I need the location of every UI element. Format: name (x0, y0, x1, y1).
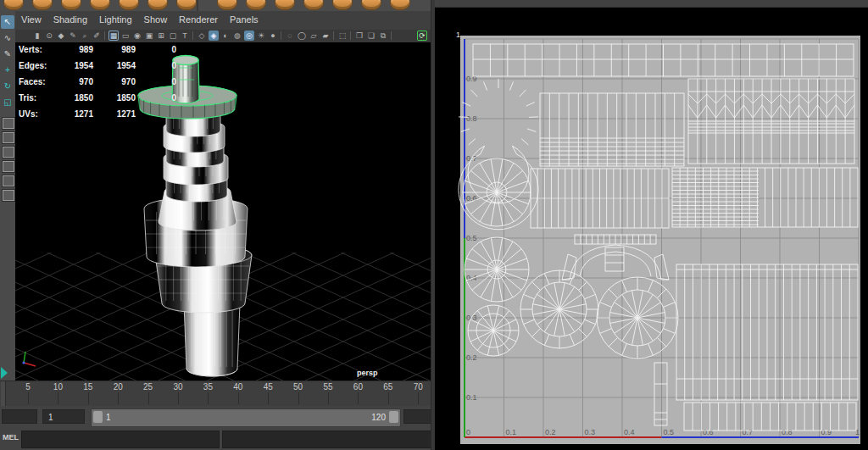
toolbar-separator (192, 31, 193, 40)
toolbar-texture-view-icon[interactable]: ⟳ (417, 31, 427, 41)
three-pane-split-layout-button[interactable] (2, 160, 15, 173)
menu-panels[interactable]: Panels (224, 11, 264, 25)
select-tool[interactable]: ↖ (1, 15, 14, 29)
toolbar-plugin-shapes-icon[interactable]: ⬚ (337, 31, 348, 41)
toolbar-image-plane-icon[interactable]: ✎ (68, 31, 78, 41)
two-pane-stacked-layout-button[interactable] (2, 146, 15, 158)
panel-divider[interactable] (431, 0, 435, 450)
rotate-tool[interactable]: ↻ (1, 80, 14, 93)
poly-sphere-icon[interactable] (3, 0, 24, 10)
camera-label: persp (357, 369, 378, 377)
menu-shading[interactable]: Shading (47, 11, 93, 25)
hud-label: Edges: (19, 61, 47, 70)
toolbar-camera-select-icon[interactable]: ⊙ (44, 31, 54, 41)
poly-torus-icon[interactable] (119, 0, 139, 10)
poly-pipe-icon[interactable] (275, 0, 295, 10)
uv-editor-window[interactable]: 0.90.80.70.60.50.40.30.20.100.10.20.30.4… (434, 0, 868, 450)
lasso-tool[interactable]: ∿ (1, 31, 14, 45)
toolbar-camera-icon[interactable]: ▮ (32, 31, 42, 41)
toolbar-duplicate-view-icon[interactable]: ❐ (354, 31, 364, 41)
timeline-tick-label: 30 (173, 382, 182, 392)
toolbar-safe-action-icon[interactable]: ▢ (168, 31, 178, 41)
toolbar-film-gate-icon[interactable]: ▭ (120, 31, 131, 41)
uv-u-label: 0.1 (506, 428, 517, 436)
shelf-bar (0, 0, 434, 12)
poly-cone-icon[interactable] (90, 0, 110, 10)
menu-lighting[interactable]: Lighting (93, 11, 138, 25)
poly-plane-icon[interactable] (147, 0, 168, 10)
toolbar-safe-title-icon[interactable]: T (180, 31, 190, 41)
toolbar-lights-icon[interactable]: ☀ (256, 31, 266, 41)
toolbar-separator (350, 31, 351, 40)
toolbar-wireframe-on-shaded-icon[interactable]: ◐ (220, 31, 231, 41)
time-slider[interactable]: 510152025303540455055606570 (0, 381, 434, 407)
uv-v-label: 0.5 (466, 234, 477, 242)
hud-row-faces: Faces:9709700 (15, 77, 185, 93)
hud-value-total: 1954 (49, 61, 93, 70)
scale-tool[interactable]: ◱ (1, 96, 14, 109)
range-start-handle[interactable] (93, 411, 103, 423)
uv-v-label: 0.2 (466, 353, 477, 362)
timeline-tick (208, 392, 209, 404)
super-shape-icon[interactable] (390, 0, 410, 10)
toolbar-pan-zoom-icon[interactable]: ⌕ (80, 31, 90, 41)
toolbar-field-chart-icon[interactable]: ⊞ (156, 31, 166, 41)
current-frame-field[interactable]: 1 (42, 409, 85, 424)
toolbar-xray-icon[interactable]: ◯ (297, 31, 307, 41)
toolbar-bookmark-icon[interactable]: ◆ (56, 31, 66, 41)
uv-u-label: 0.3 (585, 428, 596, 436)
toolbar-shaded-icon[interactable]: ◈ (209, 31, 219, 41)
viewport-persp[interactable]: Verts:9899890Edges:195419540Faces:970970… (15, 42, 434, 381)
command-input[interactable] (21, 431, 220, 448)
toolbar-isolate-select-icon[interactable]: ◌ (285, 31, 295, 41)
timeline-tick-label: 70 (414, 382, 423, 392)
poly-cube-icon[interactable] (32, 0, 53, 10)
hud-label: Tris: (19, 93, 36, 103)
toolbar-tear-off-copy-icon[interactable]: ❏ (366, 31, 376, 41)
menu-show[interactable]: Show (138, 11, 174, 25)
two-pane-side-by-side-layout-button[interactable] (2, 131, 15, 144)
hud-label: UVs: (19, 109, 38, 119)
toolbar-wireframe-icon[interactable]: ◇ (197, 31, 207, 41)
hud-label: Faces: (19, 77, 46, 86)
timeline-tick (358, 392, 359, 404)
maya-window: { "colors":{"accent_blue":"#5b87a5","she… (0, 0, 868, 450)
menu-renderer[interactable]: Renderer (173, 11, 224, 25)
timeline-tick-label: 25 (143, 382, 153, 392)
toolbar-grease-pencil-icon[interactable]: ✐ (92, 31, 102, 41)
poly-pyramid-icon[interactable] (246, 0, 266, 10)
anim-end-field[interactable] (403, 409, 432, 424)
toolbar-backface-culling-icon[interactable]: ▱ (309, 31, 319, 41)
poly-helix-icon[interactable] (303, 0, 324, 10)
command-result (222, 431, 434, 448)
outliner-persp-layout-button[interactable] (2, 189, 15, 202)
move-tool[interactable]: + (1, 64, 14, 77)
menu-view[interactable]: View (15, 11, 47, 25)
platonic-solid-icon[interactable] (217, 0, 237, 10)
range-start-value: 1 (106, 411, 111, 424)
toolbar-shadows-icon[interactable]: ● (268, 31, 278, 41)
toolbar-use-default-material-icon[interactable]: ◎ (244, 31, 254, 41)
toolbar-pin-view-icon[interactable]: ⧉ (378, 31, 388, 41)
playhead[interactable] (1, 381, 6, 406)
toolbar-textured-icon[interactable]: ◍ (232, 31, 242, 41)
poly-disc-icon[interactable] (176, 0, 197, 10)
hud-value-total: 1271 (49, 109, 93, 119)
toolbar-smooth-wireframe-icon[interactable]: ▰ (320, 31, 331, 41)
single-pane-layout-button[interactable] (2, 117, 15, 130)
four-pane-layout-button[interactable] (2, 175, 15, 187)
hud-row-verts: Verts:9899890 (15, 45, 185, 61)
anim-start-field[interactable] (2, 409, 37, 424)
poly-gear-icon[interactable] (332, 0, 353, 10)
uv-canvas[interactable]: 0.90.80.70.60.50.40.30.20.100.10.20.30.4… (434, 7, 868, 450)
toolbar-gate-mask-icon[interactable]: ▣ (144, 31, 154, 41)
paint-select-tool[interactable]: ✎ (1, 47, 14, 61)
toolbar-resolution-gate-icon[interactable]: ◉ (132, 31, 142, 41)
poly-cylinder-icon[interactable] (61, 0, 81, 10)
range-slider[interactable]: 1 120 (91, 408, 401, 427)
shelf-separator (197, 0, 198, 11)
soccer-ball-icon[interactable] (361, 0, 381, 10)
range-end-handle[interactable] (389, 411, 398, 423)
toolbar-grid-icon[interactable]: ▦ (108, 31, 119, 41)
mel-label[interactable]: MEL (3, 433, 19, 442)
